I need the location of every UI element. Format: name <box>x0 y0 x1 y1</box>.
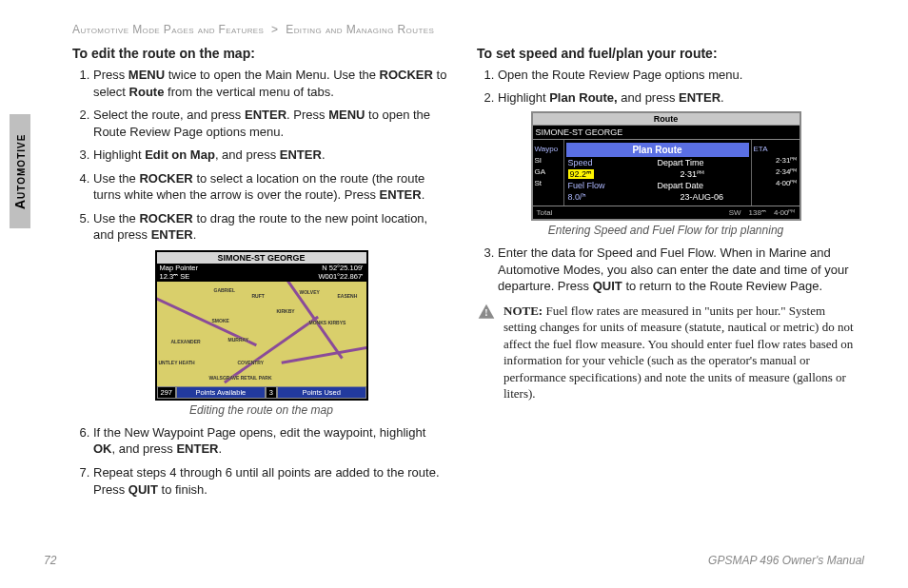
plan-header: Route <box>533 113 799 126</box>
right-heading: To set speed and fuel/plan your route: <box>477 46 855 61</box>
plan-subtitle: SIMONE-ST GEORGE <box>533 126 799 140</box>
right-step-2: Highlight Plan Route, and press ENTER. <box>498 89 855 107</box>
map-title: SIMONE-ST GEORGE <box>157 252 366 264</box>
plan-leftcol: Waypo SI GA St <box>533 140 564 206</box>
left-column: To edit the route on the map: Press MENU… <box>72 42 450 504</box>
plan-foot-sw: SW <box>725 206 745 219</box>
breadcrumb-sub: Editing and Managing Routes <box>286 23 434 36</box>
note-block: ! NOTE: Fuel flow rates are measured in … <box>477 303 855 402</box>
figure-plan-route: Route SIMONE-ST GEORGE Waypo SI GA St Pl… <box>477 111 855 237</box>
plan-speed-value: 92.2ᵐ <box>568 169 595 179</box>
note-label: NOTE: <box>503 304 543 318</box>
map-sub-right: N 52°25.109' W001°22.867' <box>319 264 364 281</box>
svg-text:!: ! <box>484 307 487 318</box>
plan-rightcol: ETA 2·31ᴾᴹ 2·34ᴾᴹ 4·00ᴾᴹ <box>751 140 799 206</box>
plan-dialog-title: Plan Route <box>566 143 749 157</box>
map-foot-num-left: 297 <box>157 386 177 399</box>
left-step-2: Select the route, and press ENTER. Press… <box>93 107 450 140</box>
map-foot-num-right: 3 <box>266 386 277 399</box>
right-column: To set speed and fuel/plan your route: O… <box>477 42 855 504</box>
left-heading: To edit the route on the map: <box>72 46 450 61</box>
plan-foot-time: 4·00ᴾᴹ <box>770 206 799 219</box>
figure-map-caption: Editing the route on the map <box>72 403 450 417</box>
page-number: 72 <box>44 554 56 567</box>
map-foot-left: Points Available <box>176 386 266 399</box>
left-step-6: If the New Waypoint Page opens, edit the… <box>93 424 450 458</box>
map-foot-right: Points Used <box>277 386 366 399</box>
left-step-4: Use the ROCKER to select a location on t… <box>93 170 450 204</box>
left-step-5: Use the ROCKER to drag the route to the … <box>93 210 450 244</box>
map-area: GABRIEL RUFT WOLVEY EASENH SMOKE KIRKBY … <box>157 282 366 386</box>
note-body: Fuel flow rates are measured in "units p… <box>503 304 854 402</box>
plan-foot-total: Total <box>533 206 725 219</box>
manual-title: GPSMAP 496 Owner's Manual <box>708 554 864 567</box>
right-step-3: Enter the data for Speed and Fuel Flow. … <box>498 245 855 295</box>
figure-map: SIMONE-ST GEORGE Map Pointer 12.3ᵐ SE N … <box>72 250 450 417</box>
warning-icon: ! <box>477 303 496 322</box>
plan-dialog: Plan Route SpeedDepart Time 92.2ᵐ2·31ᴾᴹ … <box>564 140 751 206</box>
plan-foot-dist: 138ᵐ <box>745 206 770 219</box>
left-step-3: Highlight Edit on Map, and press ENTER. <box>93 147 450 164</box>
left-step-1: Press MENU twice to open the Main Menu. … <box>93 67 450 100</box>
breadcrumb: Automotive Mode Pages and Features > Edi… <box>72 23 864 36</box>
right-step-1: Open the Route Review Page options menu. <box>498 67 855 84</box>
side-tab-automotive: Automotive <box>10 114 30 228</box>
breadcrumb-sep: > <box>271 23 278 36</box>
left-step-7: Repeat steps 4 through 6 until all point… <box>93 464 450 498</box>
figure-plan-caption: Entering Speed and Fuel Flow for trip pl… <box>477 224 855 237</box>
breadcrumb-section: Automotive Mode Pages and Features <box>72 23 264 36</box>
map-sub-left: Map Pointer 12.3ᵐ SE <box>160 264 198 281</box>
